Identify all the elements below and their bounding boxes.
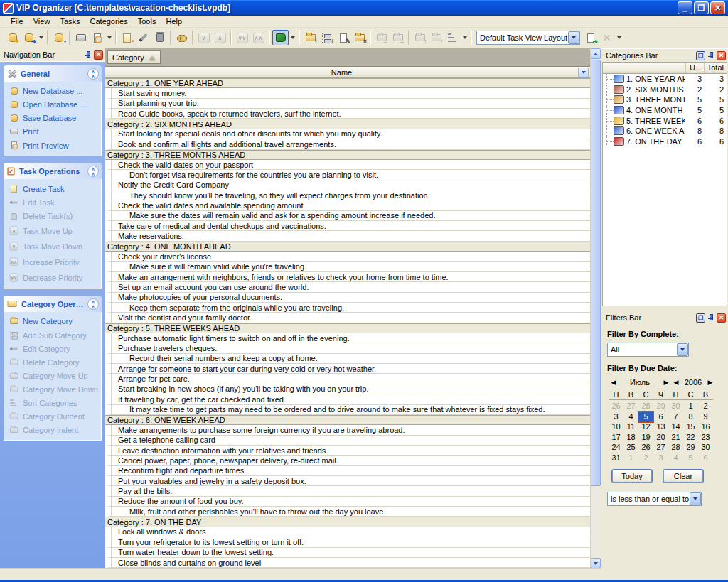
category-group-row[interactable]: Category : 6. ONE WEEK AHEAD	[105, 415, 590, 425]
calendar-day[interactable]: 29	[683, 443, 698, 453]
calendar-day[interactable]: 31	[609, 453, 623, 464]
next-year-icon[interactable]: ▶	[705, 379, 715, 386]
nav-item-save-database[interactable]: Save Database	[9, 114, 100, 122]
chevron-up-icon[interactable]: ∧∧	[87, 166, 99, 177]
task-row[interactable]: Put your valuables and jewelry in a safe…	[105, 476, 590, 486]
task-row[interactable]: Arrange for someone to start your car du…	[105, 364, 590, 374]
task-row[interactable]: Set up an email account you can use arou…	[105, 282, 590, 292]
print-preview-button[interactable]	[89, 30, 105, 45]
print-button[interactable]	[73, 30, 89, 45]
prev-year-icon[interactable]: ◀	[671, 379, 681, 386]
open-database-button[interactable]: ➜	[21, 30, 37, 45]
task-row[interactable]: Check the valid dates on your passport	[105, 160, 590, 170]
scroll-down-icon[interactable]	[591, 558, 601, 568]
add-sub-category-button[interactable]: +	[318, 30, 335, 45]
chevron-up-icon[interactable]: ∧∧	[87, 68, 99, 80]
task-row[interactable]: Make photocopies of your personal docume…	[105, 293, 590, 303]
calendar-day[interactable]: 17	[609, 433, 623, 443]
menu-item-categories[interactable]: Categories	[85, 16, 133, 26]
calendar-day[interactable]: 10	[609, 422, 623, 433]
task-row[interactable]: Cancel power, paper, phone, newspaper de…	[105, 456, 590, 465]
category-group-row[interactable]: Category : 7. ON THE DAY	[105, 517, 590, 527]
categories-column-headers[interactable]: U... Total	[603, 63, 727, 74]
date-operator-select[interactable]: is less than or equal to	[607, 492, 702, 506]
menu-item-help[interactable]: Help	[161, 16, 187, 26]
filters-bar-close-icon[interactable]: ✕	[717, 313, 726, 323]
task-row[interactable]: If traveling by car, get the car checked…	[105, 394, 590, 404]
calendar-day[interactable]: 29	[653, 402, 668, 412]
edit-category-button[interactable]: ✎	[335, 30, 351, 45]
menu-item-tools[interactable]: Tools	[133, 16, 161, 26]
titlebar[interactable]: VIP Organizer [C:\templates\vacation-che…	[0, 0, 728, 16]
calendar-day[interactable]: 12	[638, 422, 653, 433]
calendar-day[interactable]: 11	[623, 422, 638, 433]
task-row[interactable]: Start planning your trip.	[105, 99, 590, 109]
task-row[interactable]: Milk, fruit and other perishables you'll…	[105, 507, 590, 517]
chevron-down-icon[interactable]	[677, 343, 688, 356]
calendar-day[interactable]: 23	[698, 433, 713, 443]
edit-task-button[interactable]	[135, 30, 151, 45]
calendar-day[interactable]: 30	[698, 443, 713, 453]
nav-item-new-database[interactable]: New Database ...	[9, 87, 100, 95]
menu-item-tasks[interactable]: Tasks	[55, 16, 85, 26]
sort-categories-button[interactable]	[444, 30, 461, 45]
calendar-day[interactable]: 1	[683, 402, 698, 412]
total-column-header[interactable]: Total	[704, 63, 727, 73]
category-group-row[interactable]: Category : 5. THREE WEEKS AHEAD	[105, 323, 590, 333]
category-list-item[interactable]: 5. THREE WEEKS AHEAD66	[603, 115, 727, 126]
task-view-layout-select[interactable]: Default Task View Layout	[476, 31, 580, 45]
task-row[interactable]: Start saving money.	[105, 88, 590, 98]
create-task-button[interactable]: ◔	[119, 30, 135, 45]
calendar-day[interactable]: 1	[623, 453, 638, 464]
calendar-day[interactable]: 14	[668, 422, 683, 433]
dropdown-arrow-icon[interactable]	[37, 30, 45, 45]
task-view-layout-button[interactable]	[272, 30, 289, 45]
calendar-day[interactable]: 26	[609, 402, 623, 412]
task-row[interactable]: Start breaking in new shoes (if any) you…	[105, 384, 590, 394]
calendar-day[interactable]: 2	[638, 453, 653, 464]
restore-button[interactable]: ❐	[694, 1, 709, 14]
category-group-row[interactable]: Category : 3. THREE MONTHS AHEAD	[105, 150, 590, 160]
calendar-day[interactable]: 13	[653, 422, 668, 433]
category-list-item[interactable]: 6. ONE WEEK AHEAD88	[603, 126, 727, 136]
close-button[interactable]: ✕	[710, 1, 725, 14]
calendar-day[interactable]: 6	[653, 412, 668, 423]
calendar-day[interactable]: 25	[623, 443, 638, 453]
task-row[interactable]: Turn your refrigerator to its lowest set…	[105, 537, 590, 547]
task-row[interactable]: Pay all the bills.	[105, 486, 590, 496]
calendar-day[interactable]: 20	[653, 433, 668, 443]
calendar-day[interactable]: 27	[623, 402, 638, 412]
new-category-button[interactable]: +	[302, 30, 318, 45]
filters-bar-float-icon[interactable]: ❐	[696, 313, 705, 323]
delete-task-button[interactable]	[151, 30, 168, 45]
task-row[interactable]: Get a telephone calling card	[105, 436, 590, 446]
task-row[interactable]: Make sure it will remain valid while you…	[105, 262, 590, 271]
dropdown-arrow-icon[interactable]	[105, 30, 113, 45]
category-group-row[interactable]: Category : 2. SIX MONTHS AHEAD	[105, 119, 590, 129]
chevron-up-icon[interactable]: ∧∧	[87, 298, 99, 310]
categories-bar-close-icon[interactable]: ✕	[717, 51, 726, 60]
calendar-day[interactable]: 28	[638, 402, 653, 412]
calendar-day[interactable]: 8	[683, 412, 698, 423]
task-row[interactable]: Make sure the dates will remain valid an…	[105, 211, 590, 221]
calendar-day[interactable]: 7	[668, 412, 683, 423]
category-group-row[interactable]: Category : 4. ONE MONTH AHEAD	[105, 242, 590, 252]
task-row[interactable]: Reconfirm flight and departure times.	[105, 466, 590, 476]
nav-item-create-task[interactable]: Create Task	[9, 184, 100, 193]
calendar-day[interactable]: 28	[668, 443, 683, 453]
category-group-row[interactable]: Category : 1. ONE YEAR AHEAD	[105, 78, 590, 88]
category-list-item[interactable]: 1. ONE YEAR AHEAD33	[603, 74, 727, 85]
categories-bar-pin-icon[interactable]	[707, 52, 714, 60]
category-list-item[interactable]: 4. ONE MONTH AHEAD55	[603, 105, 727, 116]
task-row[interactable]: Notify the Credit Card Company	[105, 180, 590, 190]
scroll-up-icon[interactable]	[591, 48, 601, 59]
task-row[interactable]: Make reservations.	[105, 231, 590, 241]
dropdown-arrow-icon[interactable]	[289, 30, 296, 45]
calendar-day[interactable]: 18	[623, 433, 638, 443]
task-row[interactable]: Visit the dentist and your family doctor…	[105, 313, 590, 323]
dropdown-arrow-icon[interactable]	[615, 30, 623, 45]
task-row[interactable]: Book and confirm all flights and additio…	[105, 139, 590, 149]
nav-item-print-preview[interactable]: Print Preview	[9, 141, 100, 150]
chevron-down-icon[interactable]	[568, 31, 579, 44]
nav-item-new-category[interactable]: New Category	[9, 317, 100, 325]
